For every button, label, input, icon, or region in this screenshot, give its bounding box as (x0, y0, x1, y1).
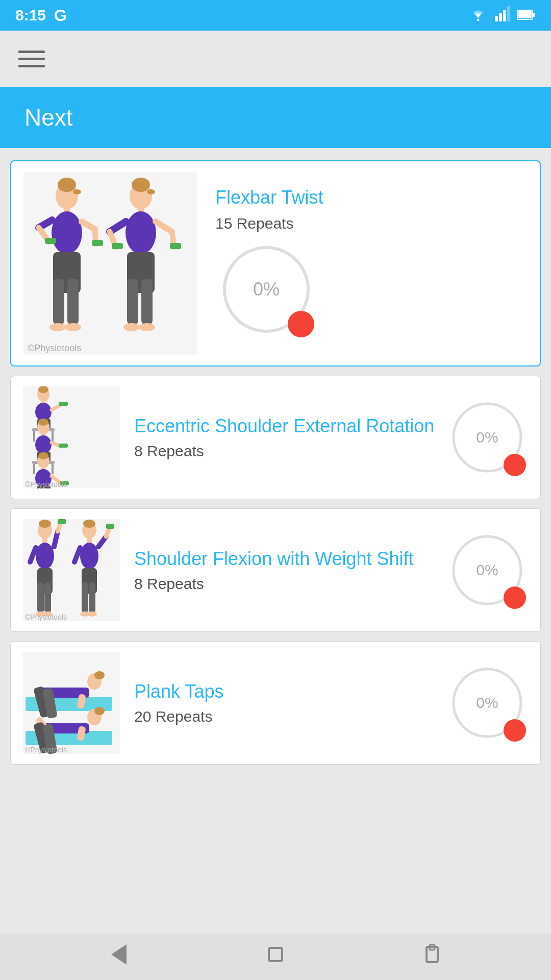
nav-back-button[interactable] (101, 939, 137, 970)
header (0, 31, 551, 87)
exercise-info-shoulder-flex: Shoulder Flexion with Weight Shift 8 Rep… (130, 548, 436, 592)
svg-point-28 (126, 211, 156, 254)
exercise-name-shoulder-flex: Shoulder Flexion with Weight Shift (134, 548, 436, 570)
svg-rect-79 (42, 537, 47, 543)
exercise-card-plank-taps[interactable]: ©Physiotools Plank Taps 20 Repeats 0% (10, 641, 541, 765)
progress-circle-shoulder-flex: 0% (446, 529, 528, 611)
svg-line-82 (54, 531, 58, 547)
svg-rect-6 (533, 13, 535, 17)
svg-rect-3 (503, 10, 506, 21)
svg-text:©Physiotools: ©Physiotools (25, 480, 67, 488)
svg-point-26 (147, 189, 155, 194)
svg-point-65 (38, 452, 48, 459)
svg-point-45 (35, 403, 52, 421)
progress-label-shoulder-flex: 0% (476, 561, 498, 579)
nav-recent-button[interactable] (414, 939, 450, 970)
svg-marker-123 (111, 944, 127, 965)
svg-point-102 (87, 611, 97, 617)
progress-circle-eccentric: 0% (446, 397, 528, 478)
svg-rect-4 (507, 6, 510, 21)
exercise-name-flexbar: Flexbar Twist (215, 186, 323, 208)
svg-rect-7 (518, 11, 532, 18)
svg-point-0 (477, 18, 480, 21)
svg-text:©Physiotools: ©Physiotools (28, 343, 81, 353)
svg-rect-124 (269, 948, 282, 961)
exercise-image-flexbar: ©Physiotools (23, 172, 197, 355)
svg-point-9 (58, 178, 76, 192)
svg-rect-92 (87, 537, 92, 543)
nav-home-button[interactable] (258, 939, 293, 970)
svg-text:©Physiotools: ©Physiotools (25, 746, 67, 754)
svg-rect-99 (82, 582, 88, 613)
exercise-repeats-plank: 20 Repeats (134, 708, 436, 725)
exercise-repeats-eccentric: 8 Repeats (134, 443, 436, 460)
progress-dot-shoulder-flex (504, 586, 526, 609)
svg-point-25 (132, 178, 150, 192)
exercise-image-shoulder: ©Physiotools (23, 519, 120, 621)
progress-dot-flexbar (288, 311, 314, 337)
next-banner[interactable]: Next (0, 87, 551, 148)
signal-icon (495, 6, 510, 25)
svg-point-12 (52, 211, 82, 254)
svg-rect-1 (495, 16, 498, 21)
hamburger-line-1 (18, 51, 45, 53)
exercise-name-eccentric: Eccentric Shoulder External Rotation (134, 415, 436, 437)
exercise-repeats-shoulder-flex: 8 Repeats (134, 575, 436, 593)
svg-rect-84 (58, 519, 66, 524)
svg-rect-86 (37, 582, 44, 613)
svg-point-22 (49, 323, 66, 331)
svg-rect-34 (170, 243, 181, 249)
exercise-card-eccentric-shoulder[interactable]: ©Physiotools Eccentric Shoulder External… (10, 376, 541, 499)
svg-point-23 (65, 323, 81, 331)
svg-point-80 (36, 543, 54, 569)
svg-rect-63 (59, 444, 68, 448)
svg-point-38 (123, 323, 140, 331)
svg-text:©Physiotools: ©Physiotools (25, 613, 67, 621)
progress-circle-plank: 0% (446, 662, 528, 744)
svg-rect-17 (45, 238, 56, 244)
svg-rect-50 (52, 431, 54, 442)
svg-rect-49 (33, 431, 35, 442)
battery-icon (517, 7, 536, 24)
time-display: 8:15 (15, 7, 46, 24)
exercise-card-shoulder-flexion[interactable]: ©Physiotools Shoulder Flexion with Weigh… (10, 508, 541, 632)
nav-bar (0, 934, 551, 980)
exercise-info-plank: Plank Taps 20 Repeats (130, 680, 436, 725)
svg-line-29 (110, 222, 126, 232)
svg-point-108 (94, 671, 105, 679)
svg-line-94 (74, 548, 80, 562)
exercise-name-plank: Plank Taps (134, 680, 436, 702)
svg-point-54 (38, 419, 48, 426)
wifi-icon (468, 7, 488, 24)
progress-label-eccentric: 0% (476, 429, 498, 446)
svg-rect-61 (52, 464, 54, 474)
next-label: Next (24, 104, 73, 131)
exercise-list: ©Physiotools Flexbar Twist 15 Repeats 0% (0, 148, 551, 777)
svg-rect-52 (59, 402, 68, 406)
svg-point-91 (83, 520, 95, 528)
exercise-repeats-flexbar: 15 Repeats (215, 215, 293, 232)
svg-line-30 (156, 222, 172, 232)
progress-dot-eccentric (504, 454, 526, 476)
svg-rect-36 (127, 279, 138, 325)
svg-rect-20 (53, 279, 64, 325)
progress-dot-plank (504, 719, 526, 742)
svg-rect-60 (33, 464, 35, 474)
svg-rect-87 (44, 582, 51, 613)
progress-circle-flexbar: 0% (215, 238, 317, 340)
exercise-info-eccentric: Eccentric Shoulder External Rotation 8 R… (130, 415, 436, 459)
svg-point-116 (94, 707, 105, 715)
hamburger-menu[interactable] (18, 51, 45, 67)
svg-rect-18 (92, 240, 103, 246)
svg-rect-97 (106, 524, 114, 529)
status-bar: 8:15 G (0, 0, 551, 31)
svg-point-78 (39, 520, 51, 528)
svg-point-93 (80, 543, 98, 569)
exercise-image-eccentric: ©Physiotools (23, 386, 120, 488)
svg-rect-33 (112, 243, 123, 249)
progress-label-flexbar: 0% (253, 279, 280, 300)
svg-point-39 (139, 323, 155, 331)
svg-rect-2 (499, 13, 502, 21)
exercise-card-flexbar-twist[interactable]: ©Physiotools Flexbar Twist 15 Repeats 0% (10, 160, 541, 366)
svg-point-10 (73, 189, 81, 194)
